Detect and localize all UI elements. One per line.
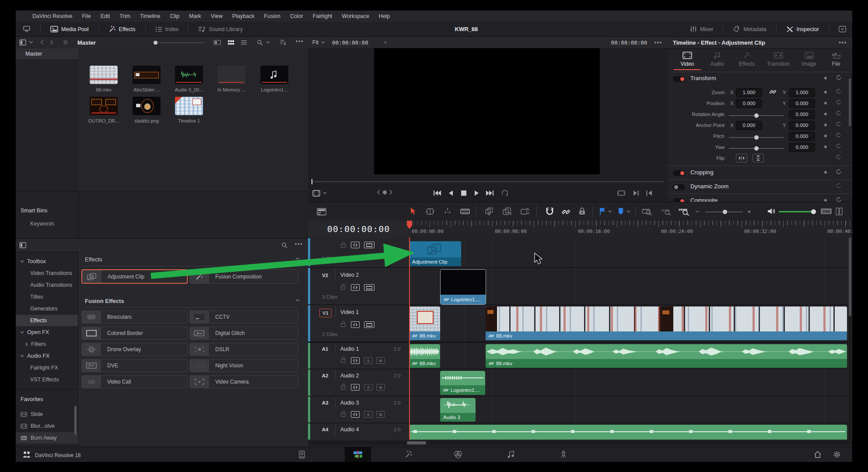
list-view-icon[interactable] bbox=[241, 40, 247, 45]
lock-icon[interactable] bbox=[340, 384, 346, 390]
insert-clip-button[interactable] bbox=[484, 208, 494, 215]
effect-tile-fusion-composition[interactable]: Fusion Composition bbox=[189, 269, 298, 284]
page-deliver-button[interactable] bbox=[559, 450, 568, 459]
bin-list-toggle-icon[interactable] bbox=[19, 39, 26, 46]
zoom-full-extent-icon[interactable] bbox=[642, 208, 653, 215]
page-nav-toggle-button[interactable] bbox=[16, 22, 36, 36]
clip-thumbnail-aboslider[interactable] bbox=[133, 66, 161, 84]
auto-select-icon[interactable] bbox=[351, 384, 360, 391]
yaw-slider-handle[interactable] bbox=[754, 146, 759, 151]
lock-icon[interactable] bbox=[340, 242, 346, 248]
anchor-y-input[interactable]: 0.000 bbox=[789, 121, 815, 130]
track-badge[interactable]: V2 bbox=[319, 271, 331, 279]
position-lock-icon[interactable] bbox=[578, 207, 586, 215]
track-badge[interactable]: A2 bbox=[319, 372, 331, 380]
lock-icon[interactable] bbox=[340, 411, 346, 417]
lock-icon[interactable] bbox=[340, 357, 346, 363]
keyframe-diamond-icon[interactable]: ◆ bbox=[824, 89, 827, 94]
menu-playback[interactable]: Playback bbox=[232, 13, 255, 19]
timeline-clip-88mkv-audio-1[interactable]: 88.mkv bbox=[409, 344, 440, 368]
collapse-chevron-icon[interactable] bbox=[295, 257, 300, 260]
menu-mark[interactable]: Mark bbox=[189, 13, 201, 19]
split-view-icon[interactable] bbox=[836, 208, 843, 215]
anchor-x-input[interactable]: 0.000 bbox=[736, 121, 762, 130]
page-media-button[interactable] bbox=[298, 450, 306, 459]
reset-icon[interactable] bbox=[836, 99, 841, 105]
match-frame-icon[interactable] bbox=[617, 190, 626, 197]
reset-icon[interactable] bbox=[836, 110, 841, 116]
timeline-zoom-slider-handle[interactable] bbox=[723, 210, 727, 214]
menu-timeline[interactable]: Timeline bbox=[140, 13, 161, 19]
zoom-in-button[interactable]: + bbox=[747, 208, 751, 215]
step-back-button[interactable] bbox=[448, 190, 453, 197]
dynamic-zoom-enable-toggle[interactable] bbox=[673, 184, 685, 190]
settings-gear-icon[interactable] bbox=[833, 451, 841, 458]
viewer-scrub-playhead[interactable] bbox=[312, 179, 312, 184]
zoom-detail-icon[interactable] bbox=[661, 208, 672, 215]
flip-horizontal-button[interactable] bbox=[736, 154, 747, 162]
solo-button[interactable]: S bbox=[364, 411, 373, 418]
selection-mode-tool[interactable] bbox=[410, 207, 416, 216]
keyframe-diamond-icon[interactable]: ◆ bbox=[824, 144, 827, 149]
reset-icon[interactable] bbox=[836, 88, 841, 94]
sidebar-item-audio-fx[interactable]: Audio FX bbox=[16, 350, 82, 362]
effects-options-icon[interactable]: ••• bbox=[295, 241, 303, 247]
clip-view-icon[interactable] bbox=[364, 284, 374, 291]
stop-button[interactable] bbox=[461, 190, 467, 196]
bin-item-master[interactable]: Master bbox=[16, 49, 78, 59]
tab-file[interactable]: File bbox=[824, 52, 848, 67]
timeline-view-options-icon[interactable] bbox=[317, 208, 326, 215]
solo-button[interactable]: S bbox=[364, 357, 373, 364]
composite-enable-toggle[interactable] bbox=[673, 198, 685, 202]
mute-button[interactable]: M bbox=[376, 411, 385, 418]
effects-sidebar-toggle-icon[interactable] bbox=[19, 242, 26, 248]
favorite-item-slide[interactable]: Slide bbox=[16, 409, 83, 420]
lock-icon[interactable] bbox=[340, 321, 346, 327]
timeline-clip-88mkv-audio-2[interactable]: 88.mkv bbox=[486, 344, 847, 368]
menu-fusion[interactable]: Fusion bbox=[264, 13, 280, 19]
track-badge[interactable]: A4 bbox=[319, 426, 331, 433]
viewer-video-frame[interactable] bbox=[374, 48, 600, 174]
effect-tile-colored-border[interactable]: Colored Border bbox=[81, 327, 188, 340]
menu-edit[interactable]: Edit bbox=[101, 13, 110, 19]
effect-tile-dslr[interactable]: DSLR bbox=[189, 343, 298, 356]
favorites-scrollbar[interactable] bbox=[74, 406, 77, 435]
track-name[interactable]: Video 1 bbox=[340, 309, 359, 315]
menu-help[interactable]: Help bbox=[379, 13, 390, 19]
effects-search-icon[interactable] bbox=[281, 242, 287, 248]
tab-effects[interactable]: Effects bbox=[733, 52, 760, 67]
back-chevron-icon[interactable] bbox=[40, 40, 44, 45]
effects-button[interactable]: Effects bbox=[103, 22, 141, 36]
track-header-v2[interactable]: V2 Video 2 3 Clips bbox=[308, 268, 409, 304]
volume-slider[interactable] bbox=[779, 211, 815, 212]
sidebar-item-toolbox[interactable]: Toolbox bbox=[16, 256, 82, 267]
effect-tile-binoculars[interactable]: Binoculars bbox=[81, 310, 188, 324]
clip-thumbnail-audio3[interactable] bbox=[175, 66, 203, 84]
mute-button[interactable]: M bbox=[376, 357, 385, 364]
lock-icon[interactable] bbox=[340, 284, 346, 290]
track-badge[interactable]: A1 bbox=[319, 345, 331, 353]
marker-chevron-icon[interactable] bbox=[626, 210, 630, 213]
bin-breadcrumb[interactable]: Master bbox=[77, 39, 96, 46]
mute-button[interactable]: M bbox=[376, 384, 385, 391]
reset-icon[interactable] bbox=[836, 74, 842, 81]
clip-view-icon[interactable] bbox=[364, 321, 374, 328]
keyframe-diamond-icon[interactable]: ◆ bbox=[824, 75, 827, 80]
speaker-icon[interactable] bbox=[767, 208, 776, 215]
project-home-button[interactable] bbox=[814, 451, 822, 458]
sort-icon[interactable] bbox=[280, 39, 287, 46]
pitch-input[interactable]: 0.000 bbox=[789, 132, 815, 141]
track-name[interactable]: Audio 3 bbox=[340, 400, 359, 406]
timeline-vertical-scrollbar[interactable] bbox=[849, 237, 851, 440]
metadata-view-icon[interactable] bbox=[214, 40, 221, 45]
clip-thumbnail-inmemory[interactable] bbox=[217, 66, 245, 84]
timeline-clip-88mkv-video-1[interactable]: 88.mkv bbox=[409, 306, 440, 340]
zoom-out-button[interactable]: − bbox=[696, 208, 700, 215]
yaw-input[interactable]: 0.000 bbox=[789, 143, 815, 152]
viewer-options-icon[interactable]: ••• bbox=[654, 39, 662, 46]
cropping-enable-toggle[interactable] bbox=[673, 170, 685, 176]
effect-tile-adjustment-clip[interactable]: Adjustment Clip bbox=[81, 269, 188, 284]
effect-tile-video-call[interactable]: ...Video Call bbox=[81, 375, 188, 388]
clip-thumbnail-outro[interactable] bbox=[90, 97, 118, 115]
solo-button[interactable]: S bbox=[364, 384, 373, 391]
